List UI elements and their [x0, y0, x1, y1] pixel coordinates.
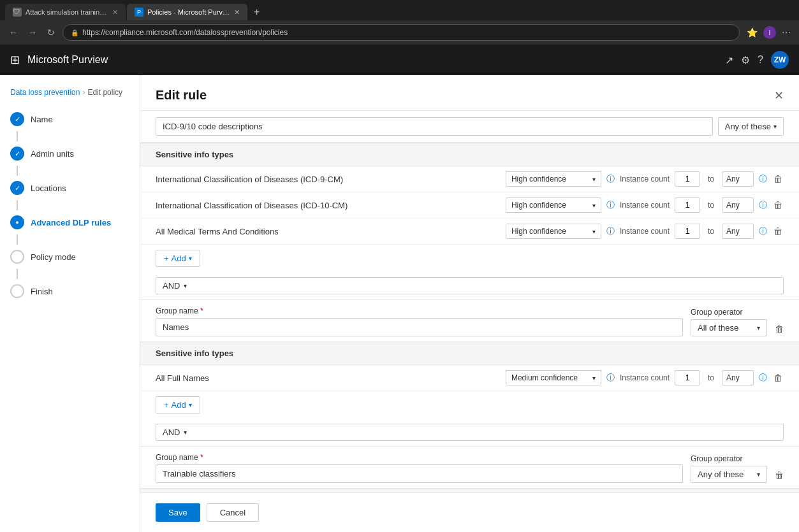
info-icon-icd10[interactable]: ⓘ [606, 199, 615, 211]
new-tab-button[interactable]: + [249, 4, 265, 20]
any-select-icd10[interactable]: Any [722, 198, 754, 213]
info-icon2-icd10[interactable]: ⓘ [759, 199, 767, 211]
add-button-2[interactable]: + Add ▾ [156, 396, 200, 413]
step-label-advanced: Advanced DLP rules [31, 218, 111, 227]
tab-close-2[interactable]: ✕ [234, 8, 240, 17]
nav-step-admin-units[interactable]: ✓ Admin units [10, 141, 129, 166]
extensions-btn[interactable]: ⭐ [745, 25, 759, 40]
add-icon-2: + [164, 400, 169, 410]
delete-btn-fullnames[interactable]: 🗑 [772, 371, 784, 384]
address-bar[interactable]: 🔒 https://compliance.microsoft.com/datal… [62, 24, 740, 41]
step-label-finish: Finish [31, 287, 53, 296]
confidence-value-medical: High confidence [511, 227, 566, 236]
required-star-2: * [200, 453, 203, 462]
group1-delete-btn[interactable]: 🗑 [775, 324, 784, 334]
any-value-medical: Any [726, 227, 740, 236]
nav-step-advanced-dlp[interactable]: ● Advanced DLP rules [10, 210, 129, 234]
back-button[interactable]: ← [6, 25, 20, 40]
any-select-fullnames[interactable]: Any [722, 370, 754, 385]
info-icon2-fullnames[interactable]: ⓘ [759, 372, 767, 384]
nav-step-policy-mode[interactable]: Policy mode [10, 245, 129, 269]
close-button[interactable]: ✕ [774, 89, 784, 103]
save-button[interactable]: Save [156, 503, 200, 522]
panel-footer: Save Cancel [140, 492, 799, 532]
user-avatar[interactable]: ZW [771, 51, 789, 69]
operator-select-1[interactable]: AND ▾ [156, 277, 784, 294]
info-icon2-icd9[interactable]: ⓘ [759, 173, 767, 185]
tab-close-1[interactable]: ✕ [112, 8, 118, 17]
instance-count-fullnames[interactable] [675, 370, 700, 385]
info-icon-medical[interactable]: ⓘ [606, 226, 615, 237]
icd-search-input[interactable] [156, 117, 713, 136]
operator-row-1: AND ▾ [140, 272, 799, 299]
info-type-row-icd10: International Classification of Diseases… [140, 192, 799, 219]
confidence-value-icd10: High confidence [511, 201, 566, 210]
instance-label-icd10: Instance count [620, 201, 670, 210]
share-icon[interactable]: ↗ [725, 54, 733, 66]
info-type-name-icd10: International Classification of Diseases… [156, 201, 501, 210]
any-value-icd10: Any [726, 201, 740, 210]
browser-tab-2[interactable]: P Policies - Microsoft Purview ✕ [127, 4, 247, 20]
nav-step-name[interactable]: ✓ Name [10, 107, 129, 131]
delete-btn-medical[interactable]: 🗑 [772, 225, 784, 238]
to-label-icd10: to [705, 201, 717, 210]
section-header-2: Sensitive info types [140, 341, 799, 365]
info-icon-fullnames[interactable]: ⓘ [606, 372, 615, 384]
breadcrumb-current: Edit policy [87, 88, 122, 97]
profile-btn[interactable]: I [763, 26, 776, 39]
any-select-medical[interactable]: Any [722, 224, 754, 239]
group1-operator-value: All of these [698, 323, 738, 333]
grid-icon[interactable]: ⊞ [10, 53, 20, 67]
instance-label-fullnames: Instance count [620, 373, 670, 382]
any-of-these-dropdown[interactable]: Any of these ▾ [718, 117, 784, 136]
confidence-select-fullnames[interactable]: Medium confidence ▾ [506, 370, 601, 385]
delete-btn-icd10[interactable]: 🗑 [772, 199, 784, 212]
add-button-1[interactable]: + Add ▾ [156, 250, 200, 267]
forward-button[interactable]: → [26, 25, 40, 40]
settings-icon[interactable]: ⚙ [741, 54, 750, 66]
instance-count-icd10[interactable] [675, 198, 700, 213]
required-star-1: * [200, 306, 203, 315]
lock-icon: 🔒 [71, 29, 78, 36]
delete-btn-icd9[interactable]: 🗑 [772, 173, 784, 185]
connector-1 [17, 131, 18, 141]
browser-tabs: 🛡 Attack simulation training - Mi... ✕ P… [0, 0, 799, 20]
group1-name-input[interactable] [156, 318, 683, 336]
group1-operator-select[interactable]: All of these ▾ [691, 319, 767, 336]
step-circle-policy [10, 250, 24, 264]
info-icon2-medical[interactable]: ⓘ [759, 226, 767, 237]
reload-button[interactable]: ↻ [45, 25, 57, 40]
connector-2 [17, 166, 18, 176]
to-label-medical: to [705, 227, 717, 236]
step-circle-locations: ✓ [10, 181, 24, 195]
operator-row-2: AND ▾ [140, 419, 799, 446]
group2-operator-select[interactable]: Any of these ▾ [691, 466, 767, 483]
app-title: Microsoft Purview [27, 54, 108, 66]
instance-count-icd9[interactable] [675, 171, 700, 187]
group2-delete-btn[interactable]: 🗑 [775, 470, 784, 480]
breadcrumb-parent[interactable]: Data loss prevention [10, 88, 80, 97]
confidence-select-icd10[interactable]: High confidence ▾ [506, 198, 601, 213]
nav-step-finish[interactable]: Finish [10, 279, 129, 303]
add-chevron-1: ▾ [189, 255, 192, 262]
instance-label-icd9: Instance count [620, 175, 670, 183]
instance-count-medical[interactable] [675, 224, 700, 239]
operator-select-2[interactable]: AND ▾ [156, 424, 784, 441]
any-select-icd9[interactable]: Any [722, 171, 754, 187]
info-icon-icd9[interactable]: ⓘ [606, 173, 615, 185]
cancel-button[interactable]: Cancel [207, 503, 259, 522]
confidence-select-icd9[interactable]: High confidence ▾ [506, 171, 601, 187]
tab-label-1: Attack simulation training - Mi... [26, 8, 108, 16]
group2-name-input[interactable] [156, 464, 683, 483]
more-btn[interactable]: ⋯ [780, 25, 793, 40]
nav-step-locations[interactable]: ✓ Locations [10, 176, 129, 200]
connector-4 [17, 234, 18, 245]
panel-content: Any of these ▾ Sensitive info types Inte… [140, 111, 799, 492]
nav-steps: ✓ Name ✓ Admin units ✓ Locations [0, 107, 140, 303]
help-icon[interactable]: ? [758, 54, 763, 66]
connector-5 [17, 269, 18, 279]
group1-operator-section: Group operator All of these ▾ [691, 308, 767, 336]
confidence-select-medical[interactable]: High confidence ▾ [506, 224, 601, 239]
any-of-these-label: Any of these [725, 122, 771, 131]
browser-tab-1[interactable]: 🛡 Attack simulation training - Mi... ✕ [5, 4, 126, 20]
